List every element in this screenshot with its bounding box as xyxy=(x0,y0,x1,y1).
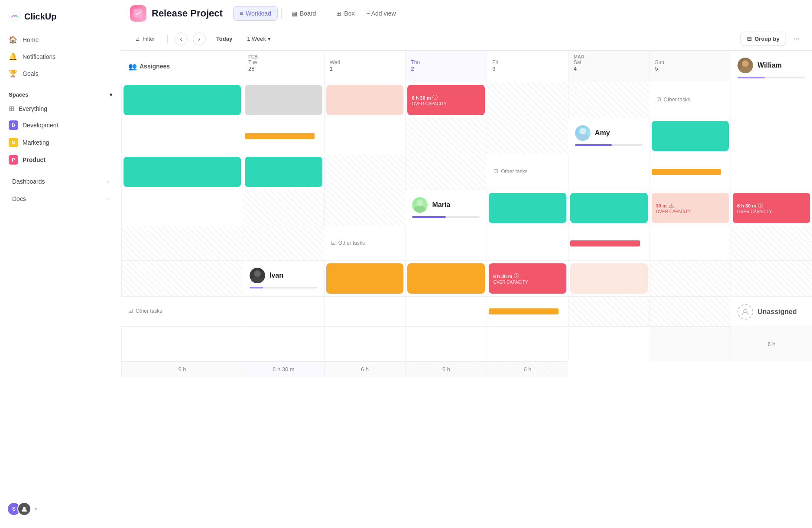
day-num-4: 4 xyxy=(574,65,644,72)
person-cell-william: William xyxy=(731,51,812,82)
other-task-cell-ivan-thu xyxy=(405,297,487,327)
cell-ivan-wed xyxy=(405,261,487,297)
dashboards-item[interactable]: Dashboards › xyxy=(7,174,114,189)
other-task-cell-ivan-wed xyxy=(324,297,406,327)
cell-william-sun xyxy=(568,82,650,118)
cell-unassigned-tue xyxy=(121,327,243,361)
other-task-cell-amy-sun xyxy=(324,190,406,226)
bar-amy xyxy=(575,144,612,146)
docs-item[interactable]: Docs › xyxy=(7,191,114,207)
header-day-sat: Mar Sat 4 xyxy=(568,51,650,82)
workload-icon: ≡ xyxy=(240,10,243,17)
nav-notifications-label: Notifications xyxy=(23,53,55,60)
capacity-text-william-fri: 6 h 30 m xyxy=(412,95,431,100)
person-cell-ivan: Ivan xyxy=(243,261,324,297)
avatar-maria xyxy=(412,197,428,213)
avatar-amy xyxy=(575,125,591,141)
cell-maria-tue xyxy=(487,190,568,226)
today-label: Today xyxy=(216,36,232,42)
tab-box[interactable]: ⊞ Box xyxy=(330,6,361,21)
other-task-cell-amy-tue xyxy=(568,154,650,190)
cell-amy-thu xyxy=(121,154,243,190)
workload-container[interactable]: 👥 Assignees Feb Tue 28 Wed 1 Thu 2 Fri xyxy=(121,51,812,528)
add-view-button[interactable]: + Add view xyxy=(361,6,401,20)
topbar: Release Project ≡ Workload ▦ Board ⊞ Box… xyxy=(121,0,812,27)
cell-amy-sun xyxy=(405,154,487,190)
main-content: Release Project ≡ Workload ▦ Board ⊞ Box… xyxy=(121,0,812,528)
over-text-maria-thu: OVER CAPACITY xyxy=(656,209,691,214)
workload-label: Workload xyxy=(246,10,271,17)
other-tasks-maria: ☑ Other tasks xyxy=(324,226,406,261)
mini-block-amy-wed xyxy=(652,169,721,175)
block-maria-thu: 30 m ⚠ OVER CAPACITY xyxy=(652,193,729,223)
unassigned-icon xyxy=(737,304,753,320)
nav-goals[interactable]: 🏆 Goals xyxy=(3,65,117,82)
prev-button[interactable]: ‹ xyxy=(175,32,188,45)
svg-point-7 xyxy=(577,134,589,141)
home-icon: 🏠 xyxy=(9,36,17,44)
logo[interactable]: ClickUp xyxy=(0,7,121,31)
other-task-cell-william-sun xyxy=(487,118,568,154)
bar-william xyxy=(737,77,764,78)
other-task-cell-maria-sat xyxy=(731,226,812,261)
day-num-2: 2 xyxy=(411,65,481,72)
block-amy-thu xyxy=(123,157,241,187)
block-william-tue xyxy=(123,85,241,115)
person-cell-amy: Amy xyxy=(568,118,650,154)
sidebar-item-marketing[interactable]: M Marketing xyxy=(3,134,117,151)
other-task-cell-william-tue xyxy=(731,82,812,118)
capacity-text-maria-fri: 6 h 30 m xyxy=(737,203,756,208)
nav-home[interactable]: 🏠 Home xyxy=(3,31,117,48)
cell-ivan-sun xyxy=(731,261,812,297)
sidebar-item-everything[interactable]: ⊞ Everything xyxy=(3,100,117,117)
nav-notifications[interactable]: 🔔 Notifications xyxy=(3,48,117,65)
footer-cell-sun: 6 h xyxy=(487,361,568,377)
tab-board[interactable]: ▦ Board xyxy=(285,6,322,21)
footer-cell-fri: 6 h xyxy=(324,361,406,377)
tab-sep-1 xyxy=(281,8,282,19)
footer-cell-thu: 6 h 30 m xyxy=(243,361,324,377)
other-tasks-amy: ☑ Other tasks xyxy=(487,154,568,190)
sidebar-item-development[interactable]: D Development xyxy=(3,117,117,134)
other-task-cell-maria-fri xyxy=(650,226,731,261)
bell-icon: 🔔 xyxy=(9,52,17,61)
cell-amy-sat xyxy=(324,154,406,190)
cell-william-thu xyxy=(324,82,406,118)
development-label: Development xyxy=(23,122,58,129)
person-name-maria: Maria xyxy=(432,201,450,209)
spaces-header[interactable]: Spaces ▾ xyxy=(3,89,117,100)
docs-label: Docs xyxy=(12,195,26,202)
today-button[interactable]: Today xyxy=(211,33,237,45)
day-name-wed: Wed xyxy=(330,59,400,65)
chevron-right-icon: › xyxy=(107,178,109,185)
tab-workload[interactable]: ≡ Workload xyxy=(233,6,278,21)
other-task-cell-ivan-tue xyxy=(243,297,324,327)
person-name-amy: Amy xyxy=(595,129,610,137)
everything-label: Everything xyxy=(19,105,47,112)
workload-grid: 👥 Assignees Feb Tue 28 Wed 1 Thu 2 Fri xyxy=(121,51,812,377)
week-selector[interactable]: 1 Week ▾ xyxy=(243,33,275,45)
other-task-cell-amy-wed xyxy=(650,154,731,190)
other-task-cell-william-sat xyxy=(405,118,487,154)
group-by-icon: ⊟ xyxy=(747,36,752,42)
bar-container-ivan xyxy=(250,287,317,288)
group-by-button[interactable]: ⊟ Group by xyxy=(741,32,786,46)
next-button[interactable]: › xyxy=(193,32,206,45)
bar-container-william xyxy=(737,77,805,78)
sidebar-item-product[interactable]: P Product xyxy=(3,151,117,168)
marketing-label: Marketing xyxy=(23,139,49,146)
other-task-cell-ivan-sun xyxy=(650,297,731,327)
cell-unassigned-thu xyxy=(324,327,406,361)
product-label: Product xyxy=(23,156,45,163)
header-day-thu: Thu 2 xyxy=(405,51,487,82)
other-tasks-label-william: Other tasks xyxy=(664,97,690,103)
header-day-tue: Feb Tue 28 xyxy=(243,51,324,82)
day-name-fri: Fri xyxy=(492,59,563,65)
cell-amy-tue xyxy=(650,118,731,154)
product-icon: P xyxy=(9,155,18,165)
assignees-icon: 👥 xyxy=(128,62,137,71)
more-options-button[interactable]: ··· xyxy=(789,32,803,46)
mini-block-ivan-fri xyxy=(489,308,559,314)
svg-point-14 xyxy=(254,271,260,277)
filter-button[interactable]: ⊿ Filter xyxy=(130,33,160,45)
